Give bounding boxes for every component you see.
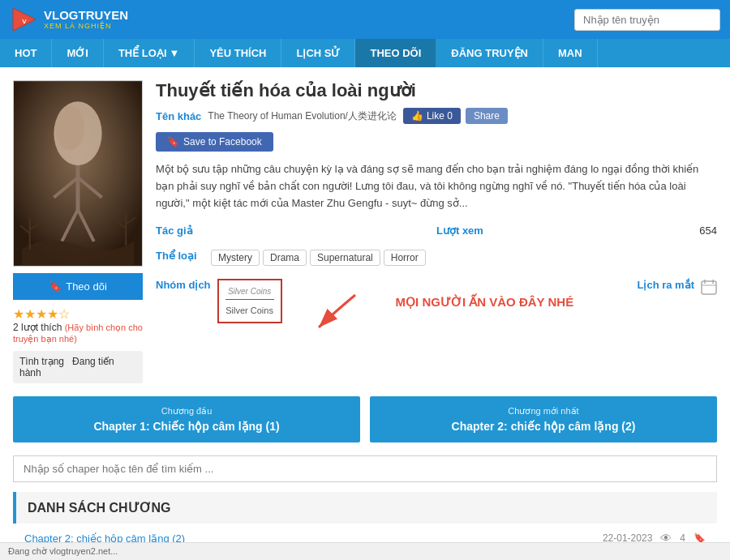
nav-item-the-loai[interactable]: THỂ LOẠI ▼ xyxy=(104,39,195,67)
genre-horror[interactable]: Horror xyxy=(384,250,426,266)
logo-icon: V xyxy=(10,5,39,34)
latest-chapter-title: Chapter 2: chiếc hộp câm lặng (2) xyxy=(378,420,709,433)
fb-share-button[interactable]: Share xyxy=(466,108,508,124)
latest-chapter-label: Chương mới nhất xyxy=(378,406,709,417)
silver-coins-box[interactable]: Silver Coins Silver Coins xyxy=(217,279,282,323)
svg-rect-19 xyxy=(702,281,716,294)
release-value xyxy=(701,279,717,297)
book-cover-image xyxy=(13,80,143,267)
top-header: V VLOGTRUYEN XEM LÀ NGHIỆN xyxy=(0,0,730,39)
bookmark-fb-icon: 🔖 xyxy=(167,136,179,147)
first-chapter-button[interactable]: Chương đầu Chapter 1: Chiếc hộp câm lặng… xyxy=(13,396,360,442)
release-label: Lịch ra mắt xyxy=(637,279,694,291)
genre-supernatural[interactable]: Supernatural xyxy=(310,250,380,266)
chapter-buttons: Chương đầu Chapter 1: Chiếc hộp câm lặng… xyxy=(13,396,717,442)
follow-button[interactable]: 🔖 Theo dõi xyxy=(13,273,143,300)
book-cover-column: 🔖 Theo dõi ★★★★☆ 2 lượt thích (Hãy bình … xyxy=(13,80,143,383)
svg-text:V: V xyxy=(22,18,27,25)
first-chapter-title: Chapter 1: Chiếc hộp câm lặng (1) xyxy=(21,420,352,433)
latest-chapter-button[interactable]: Chương mới nhất Chapter 2: chiếc hộp câm… xyxy=(370,396,717,442)
silver-coins-logo: Silver Coins xyxy=(228,287,271,296)
stars-display[interactable]: ★★★★☆ xyxy=(13,306,143,322)
silver-coins-name: Silver Coins xyxy=(225,306,273,315)
nav-item-theo-doi[interactable]: THEO DÕI xyxy=(355,39,436,67)
views-row: Lượt xem 654 xyxy=(436,221,717,240)
nav-item-hot[interactable]: HOT xyxy=(0,39,52,67)
fb-like-button[interactable]: 👍 Like 0 xyxy=(403,108,461,124)
chevron-down-icon: ▼ xyxy=(170,47,180,59)
nav-bar: HOT MỚI THỂ LOẠI ▼ YÊU THÍCH LỊCH SỬ THE… xyxy=(0,39,730,67)
alt-name-label: Tên khác xyxy=(156,110,201,122)
annotation-area: Silver Coins Silver Coins xyxy=(217,279,574,327)
group-row: Nhóm dịch Silver Coins Silver Coins xyxy=(156,276,573,331)
genre-tags: Mystery Drama Supernatural Horror xyxy=(211,250,426,266)
logo-sub: XEM LÀ NGHIỆN xyxy=(44,22,128,30)
fb-save-button[interactable]: 🔖 Save to Facebook xyxy=(156,132,273,152)
nav-item-dang-truyen[interactable]: ĐĂNG TRUYỆN xyxy=(436,39,543,67)
likes-row: ★★★★☆ 2 lượt thích (Hãy bình chọn cho tr… xyxy=(13,306,143,344)
book-description: Một bộ sưu tập những câu chuyện kỳ lạ và… xyxy=(156,161,717,212)
logo-area[interactable]: V VLOGTRUYEN XEM LÀ NGHIỆN xyxy=(10,5,128,34)
chapter-list-header: DANH SÁCH CHƯƠNG xyxy=(13,492,717,524)
release-row: Lịch ra mắt xyxy=(637,276,717,301)
author-label: Tác giả xyxy=(156,224,204,237)
nav-item-moi[interactable]: MỚI xyxy=(52,39,103,67)
views-label: Lượt xem xyxy=(436,224,485,237)
annotation-text: MỌI NGƯỜI ẤN VÀO ĐÂY NHÉ xyxy=(396,295,574,310)
chapter-search-input[interactable] xyxy=(13,455,717,482)
first-chapter-label: Chương đầu xyxy=(21,406,352,417)
nav-item-man[interactable]: MAN xyxy=(543,39,598,67)
logo-main: VLOGTRUYEN xyxy=(44,9,128,23)
fb-buttons: 👍 Like 0 Share xyxy=(403,108,508,124)
status-row: Tình trạng Đang tiến hành xyxy=(13,351,143,383)
status-bar: Đang chờ vlogtruyen2.net... xyxy=(0,542,730,560)
genre-row: Thể loại Mystery Drama Supernatural Horr… xyxy=(156,246,436,269)
genre-label: Thể loại xyxy=(156,250,204,262)
genre-drama[interactable]: Drama xyxy=(263,250,307,266)
bookmark-icon: 🔖 xyxy=(49,280,62,293)
likes-count: 2 lượt thích xyxy=(13,322,62,333)
calendar-icon xyxy=(701,279,717,295)
cover-art-svg xyxy=(14,80,142,267)
search-input[interactable] xyxy=(574,9,720,31)
thumbs-up-icon: 👍 xyxy=(411,110,423,122)
alt-name-value: The Theory of Human Evolution/人类进化论 xyxy=(208,109,397,123)
meta-grid: Tác giả Lượt xem 654 Thể loại Mystery Dr… xyxy=(156,221,717,269)
book-title: Thuyết tiến hóa của loài người xyxy=(156,80,717,101)
main-content: 🔖 Theo dõi ★★★★☆ 2 lượt thích (Hãy bình … xyxy=(0,67,730,560)
status-text: Đang chờ vlogtruyen2.net... xyxy=(8,546,118,556)
views-value: 654 xyxy=(699,224,717,237)
author-row: Tác giả xyxy=(156,221,436,240)
group-label: Nhóm dịch xyxy=(156,279,211,291)
nav-item-lich-su[interactable]: LỊCH SỬ xyxy=(281,39,355,67)
arrow-annotation xyxy=(307,287,363,336)
book-section: 🔖 Theo dõi ★★★★☆ 2 lượt thích (Hãy bình … xyxy=(13,80,717,383)
status-label: Tình trạng xyxy=(19,356,64,367)
nav-item-yeu-thich[interactable]: YÊU THÍCH xyxy=(195,39,281,67)
svg-point-6 xyxy=(55,105,84,150)
book-info-column: Thuyết tiến hóa của loài người Tên khác … xyxy=(156,80,717,383)
genre-mystery[interactable]: Mystery xyxy=(211,250,260,266)
alt-name-row: Tên khác The Theory of Human Evolution/人… xyxy=(156,108,717,124)
group-release-row: Nhóm dịch Silver Coins Silver Coins xyxy=(156,276,717,331)
